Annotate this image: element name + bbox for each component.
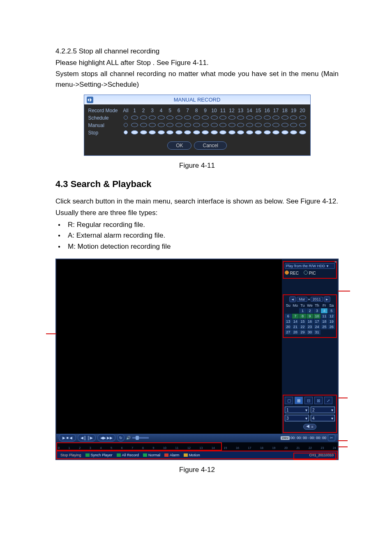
schedule-channel-radio[interactable] bbox=[193, 116, 200, 120]
calendar-day[interactable]: 29 bbox=[299, 330, 306, 335]
volume-slider[interactable] bbox=[132, 437, 149, 439]
calendar-day[interactable]: 26 bbox=[328, 324, 335, 329]
schedule-all-radio[interactable] bbox=[124, 116, 128, 120]
stop-channel-radio[interactable] bbox=[193, 130, 200, 134]
calendar-day[interactable]: 1 bbox=[299, 308, 306, 313]
manual-channel-radio[interactable] bbox=[140, 123, 147, 127]
schedule-channel-radio[interactable] bbox=[211, 116, 218, 120]
calendar-day[interactable]: 18 bbox=[321, 319, 328, 324]
schedule-channel-radio[interactable] bbox=[299, 116, 306, 120]
calendar-day[interactable]: 6 bbox=[285, 314, 292, 319]
ok-button[interactable]: OK bbox=[167, 141, 191, 150]
schedule-channel-radio[interactable] bbox=[219, 116, 226, 120]
manual-channel-radio[interactable] bbox=[264, 123, 271, 127]
schedule-channel-radio[interactable] bbox=[202, 116, 209, 120]
calendar-day[interactable]: 13 bbox=[285, 319, 292, 324]
channel-dropdown[interactable]: 3▾ bbox=[285, 415, 309, 421]
motion-legend[interactable]: Motion bbox=[184, 453, 200, 457]
channel-dropdown[interactable]: 2▾ bbox=[311, 407, 335, 413]
stop-channel-radio[interactable] bbox=[299, 130, 306, 134]
alarm-legend[interactable]: Alarm bbox=[164, 453, 180, 457]
close-icon[interactable]: × bbox=[334, 259, 337, 264]
calendar-month[interactable]: Mar bbox=[297, 297, 307, 302]
synch-player-toggle[interactable]: Synch Player bbox=[85, 453, 113, 457]
stop-channel-radio[interactable] bbox=[175, 130, 182, 134]
stop-channel-radio[interactable] bbox=[219, 130, 226, 134]
manual-channel-radio[interactable] bbox=[149, 123, 156, 127]
calendar-day[interactable]: 24 bbox=[314, 324, 321, 329]
speed-button[interactable]: ◀▶ ▶▶ bbox=[97, 434, 116, 442]
schedule-channel-radio[interactable] bbox=[237, 116, 244, 120]
calendar-prev-button[interactable]: ◄ bbox=[289, 296, 296, 302]
stop-channel-radio[interactable] bbox=[149, 130, 156, 134]
timeline-ruler[interactable]: 0123456789101112131415161718192021222324 bbox=[56, 442, 338, 451]
manual-channel-radio[interactable] bbox=[175, 123, 182, 127]
schedule-channel-radio[interactable] bbox=[255, 116, 262, 120]
zoom-scale-label[interactable]: 24hr bbox=[281, 436, 290, 440]
layout-9-icon[interactable]: ⊟ bbox=[304, 397, 313, 404]
layout-4-icon[interactable]: ⊞ bbox=[295, 397, 303, 404]
schedule-channel-radio[interactable] bbox=[184, 116, 191, 120]
stop-channel-radio[interactable] bbox=[166, 130, 173, 134]
calendar-day[interactable]: 30 bbox=[307, 330, 314, 335]
calendar-day[interactable]: 7 bbox=[292, 314, 299, 319]
stop-channel-radio[interactable] bbox=[272, 130, 279, 134]
stop-all-radio[interactable] bbox=[124, 130, 128, 134]
stop-channel-radio[interactable] bbox=[202, 130, 209, 134]
manual-channel-radio[interactable] bbox=[246, 123, 253, 127]
stop-channel-radio[interactable] bbox=[184, 130, 191, 134]
schedule-channel-radio[interactable] bbox=[272, 116, 279, 120]
file-list-button[interactable]: ⯇ ≡ bbox=[303, 424, 316, 430]
stop-channel-radio[interactable] bbox=[211, 130, 218, 134]
calendar-day[interactable]: 25 bbox=[321, 324, 328, 329]
calendar-day[interactable]: 14 bbox=[292, 319, 299, 324]
calendar-day[interactable]: 22 bbox=[299, 324, 306, 329]
schedule-channel-radio[interactable] bbox=[175, 116, 182, 120]
calendar-day[interactable]: 4 bbox=[321, 308, 328, 313]
play-source-dropdown[interactable]: Play from the R/W HDD ▼ bbox=[285, 263, 335, 269]
calendar-day[interactable]: 15 bbox=[299, 319, 306, 324]
stop-channel-radio[interactable] bbox=[140, 130, 147, 134]
stop-channel-radio[interactable] bbox=[228, 130, 235, 134]
stop-channel-radio[interactable] bbox=[237, 130, 244, 134]
manual-channel-radio[interactable] bbox=[255, 123, 262, 127]
manual-channel-radio[interactable] bbox=[299, 123, 306, 127]
calendar-day[interactable]: 31 bbox=[314, 330, 321, 335]
calendar-day[interactable]: 27 bbox=[285, 330, 292, 335]
stop-channel-radio[interactable] bbox=[246, 130, 253, 134]
stop-channel-radio[interactable] bbox=[131, 130, 138, 134]
schedule-channel-radio[interactable] bbox=[149, 116, 156, 120]
manual-channel-radio[interactable] bbox=[193, 123, 200, 127]
manual-channel-radio[interactable] bbox=[219, 123, 226, 127]
manual-channel-radio[interactable] bbox=[202, 123, 209, 127]
manual-all-radio[interactable] bbox=[124, 123, 128, 127]
pic-radio[interactable]: PIC bbox=[304, 271, 316, 275]
calendar-day[interactable]: 21 bbox=[292, 324, 299, 329]
schedule-channel-radio[interactable] bbox=[131, 116, 138, 120]
calendar-day[interactable]: 28 bbox=[292, 330, 299, 335]
schedule-channel-radio[interactable] bbox=[140, 116, 147, 120]
manual-channel-radio[interactable] bbox=[184, 123, 191, 127]
all-record-toggle[interactable]: All Record bbox=[117, 453, 139, 457]
clip-button[interactable]: ✂ bbox=[328, 435, 335, 441]
schedule-channel-radio[interactable] bbox=[246, 116, 253, 120]
manual-channel-radio[interactable] bbox=[158, 123, 165, 127]
calendar-day[interactable]: 10 bbox=[314, 314, 321, 319]
layout-full-icon[interactable]: ⤢ bbox=[324, 397, 332, 404]
play-button[interactable]: ▶ ■ ◀ bbox=[59, 434, 76, 442]
channel-dropdown[interactable]: 4▾ bbox=[311, 415, 335, 421]
schedule-channel-radio[interactable] bbox=[158, 116, 165, 120]
rec-radio[interactable]: REC bbox=[285, 271, 299, 275]
manual-channel-radio[interactable] bbox=[166, 123, 173, 127]
slow-button[interactable]: ↻ bbox=[117, 434, 125, 442]
calendar-day[interactable]: 19 bbox=[328, 319, 335, 324]
step-back-button[interactable]: ◀║ ║▶ bbox=[78, 434, 95, 442]
cancel-button[interactable]: Cancel bbox=[194, 141, 226, 150]
layout-1-icon[interactable]: ▢ bbox=[285, 397, 293, 404]
manual-channel-radio[interactable] bbox=[237, 123, 244, 127]
calendar-day[interactable]: 20 bbox=[285, 324, 292, 329]
manual-channel-radio[interactable] bbox=[272, 123, 279, 127]
calendar-day[interactable]: 8 bbox=[299, 314, 306, 319]
stop-channel-radio[interactable] bbox=[281, 130, 288, 134]
stop-channel-radio[interactable] bbox=[255, 130, 262, 134]
